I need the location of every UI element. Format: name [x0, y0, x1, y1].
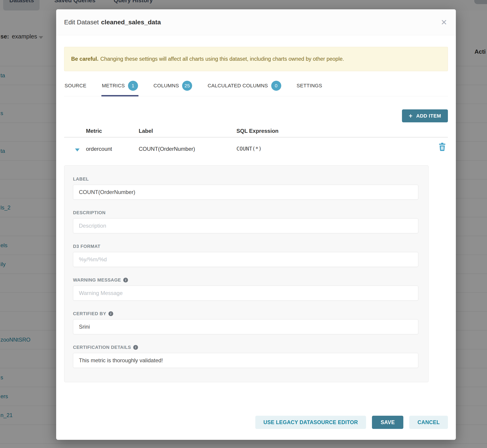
field-label-text: LABEL	[73, 176, 89, 182]
tab-label: SOURCE	[64, 83, 86, 89]
field-certification-details: CERTIFICATION DETAILSi	[73, 345, 418, 368]
tab-columns[interactable]: COLUMNS25	[153, 79, 192, 96]
field-label-text: WARNING MESSAGE	[73, 277, 121, 283]
warning-banner: Be careful. Changing these settings will…	[64, 47, 448, 71]
tab-count-badge: 0	[271, 81, 281, 91]
save-button[interactable]: SAVE	[372, 416, 403, 429]
modal-title: Edit Datasetcleaned_sales_data	[64, 19, 161, 26]
modal-tabs: SOURCEMETRICS1COLUMNS25CALCULATED COLUMN…	[64, 79, 448, 96]
field-label: LABEL	[73, 176, 418, 200]
tab-label: CALCULATED COLUMNS	[208, 83, 268, 89]
field-label-text: DESCRIPTION	[73, 210, 105, 215]
info-icon[interactable]: i	[133, 345, 138, 350]
label-column-header: Label	[139, 128, 153, 134]
tab-label: METRICS	[102, 83, 125, 89]
modal-body: Be careful. Changing these settings will…	[56, 47, 456, 382]
dataset-name: cleaned_sales_data	[101, 19, 161, 26]
d3-format-input[interactable]	[73, 252, 418, 267]
field-label: CERTIFIED BYi	[73, 311, 418, 316]
tab-count-badge: 25	[182, 81, 192, 91]
metric-label: COUNT(OrderNumber)	[139, 146, 195, 152]
use-legacy-datasource-editor-button[interactable]: USE LEGACY DATASOURCE EDITOR	[255, 416, 366, 429]
field-label-text: CERTIFIED BY	[73, 311, 106, 316]
metric-detail-panel: LABELDESCRIPTIOND3 FORMATWARNING MESSAGE…	[64, 165, 429, 382]
modal-title-prefix: Edit Dataset	[64, 19, 99, 26]
field-description: DESCRIPTION	[73, 210, 418, 233]
sql-expression-column-header: SQL Expression	[236, 128, 279, 134]
info-icon[interactable]: i	[123, 278, 128, 282]
info-icon[interactable]: i	[108, 311, 113, 316]
field-certified-by: CERTIFIED BYi	[73, 311, 418, 334]
warning-banner-text: Changing these settings will affect all …	[100, 56, 344, 62]
expand-caret-icon[interactable]	[75, 149, 80, 152]
field-label: CERTIFICATION DETAILSi	[73, 345, 418, 350]
field-label: DESCRIPTION	[73, 210, 418, 215]
add-item-button[interactable]: + ADD ITEM	[402, 109, 448, 122]
plus-icon: +	[409, 113, 413, 119]
metric-row: ordercount COUNT(OrderNumber) COUNT(*)	[64, 138, 448, 162]
description-input[interactable]	[73, 218, 418, 233]
metrics-toolbar: + ADD ITEM	[64, 109, 448, 122]
tab-source[interactable]: SOURCE	[64, 79, 87, 96]
tab-label: SETTINGS	[297, 83, 322, 89]
field-warning-message: WARNING MESSAGEi	[73, 277, 418, 301]
page: DatasetsSaved QueriesQuery History se: e…	[0, 0, 487, 448]
trash-icon[interactable]	[438, 143, 446, 151]
certification-details-input[interactable]	[73, 353, 418, 368]
metric-name: ordercount	[86, 146, 112, 152]
close-icon[interactable]: ✕	[441, 18, 447, 26]
warning-message-input[interactable]	[73, 286, 418, 301]
field-label: D3 FORMAT	[73, 244, 418, 249]
tab-settings[interactable]: SETTINGS	[296, 79, 323, 96]
add-item-label: ADD ITEM	[416, 113, 441, 119]
cancel-button[interactable]: CANCEL	[409, 416, 448, 429]
modal-header: Edit Datasetcleaned_sales_data ✕	[56, 9, 456, 35]
tab-calculated-columns[interactable]: CALCULATED COLUMNS0	[207, 79, 281, 96]
field-label: WARNING MESSAGEi	[73, 277, 418, 283]
field-label-text: CERTIFICATION DETAILS	[73, 345, 131, 350]
tab-count-badge: 1	[128, 81, 138, 91]
certified-by-input[interactable]	[73, 319, 418, 334]
field-d3-format: D3 FORMAT	[73, 244, 418, 267]
metric-sql: COUNT(*)	[236, 146, 262, 152]
metrics-table-header: Metric Label SQL Expression	[64, 127, 448, 137]
label-input[interactable]	[73, 185, 418, 200]
tab-label: COLUMNS	[153, 83, 179, 89]
metric-column-header: Metric	[86, 128, 102, 134]
field-label-text: D3 FORMAT	[73, 244, 101, 249]
edit-dataset-modal: Edit Datasetcleaned_sales_data ✕ Be care…	[56, 9, 456, 440]
modal-footer: USE LEGACY DATASOURCE EDITOR SAVE CANCEL	[255, 416, 448, 429]
field-label: LABEL	[73, 176, 418, 182]
warning-banner-bold: Be careful.	[71, 56, 98, 62]
tab-metrics[interactable]: METRICS1	[101, 79, 138, 96]
